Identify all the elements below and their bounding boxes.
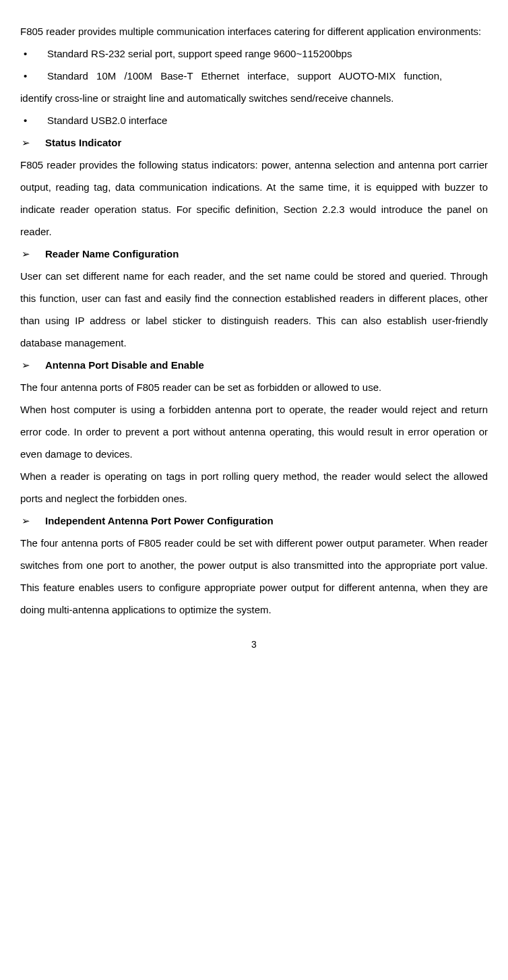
section-body: The four antenna ports of F805 reader co… [20,532,488,621]
page-number: 3 [20,634,488,655]
bullet-item-2: • Standard 10M /100M Base-T Ethernet int… [20,65,488,87]
bullet-continuation: identify cross-line or straight line and… [20,87,488,109]
section-heading-independent-power: ➢ Independent Antenna Port Power Configu… [20,510,488,532]
arrow-icon: ➢ [20,354,45,376]
bullet-list: • Standard RS-232 serial port, support s… [20,42,488,131]
section-body: F805 reader provides the following statu… [20,154,488,243]
arrow-icon: ➢ [20,510,45,532]
bullet-icon: • [20,42,47,65]
section-title: Independent Antenna Port Power Configura… [45,510,274,532]
bullet-icon: • [20,65,47,87]
section-title: Antenna Port Disable and Enable [45,354,204,376]
bullet-text: Standard USB2.0 interface [47,109,488,131]
bullet-text: Standard RS-232 serial port, support spe… [47,42,488,65]
bullet-item-1: • Standard RS-232 serial port, support s… [20,42,488,65]
bullet-item-3: • Standard USB2.0 interface [20,109,488,131]
bullet-icon: • [20,109,47,131]
section-paragraph: When host computer is using a forbidden … [20,398,488,465]
bullet-text: Standard 10M /100M Base-T Ethernet inter… [47,65,488,87]
section-heading-reader-name: ➢ Reader Name Configuration [20,243,488,265]
section-paragraph: The four antenna ports of F805 reader ca… [20,376,488,398]
arrow-icon: ➢ [20,243,45,265]
section-title: Status Indicator [45,131,121,154]
arrow-icon: ➢ [20,131,45,154]
section-paragraph: When a reader is operating on tags in po… [20,465,488,510]
section-heading-antenna-port: ➢ Antenna Port Disable and Enable [20,354,488,376]
section-body: User can set different name for each rea… [20,265,488,354]
section-title: Reader Name Configuration [45,243,179,265]
intro-paragraph: F805 reader provides multiple communicat… [20,20,488,42]
section-heading-status-indicator: ➢ Status Indicator [20,131,488,154]
